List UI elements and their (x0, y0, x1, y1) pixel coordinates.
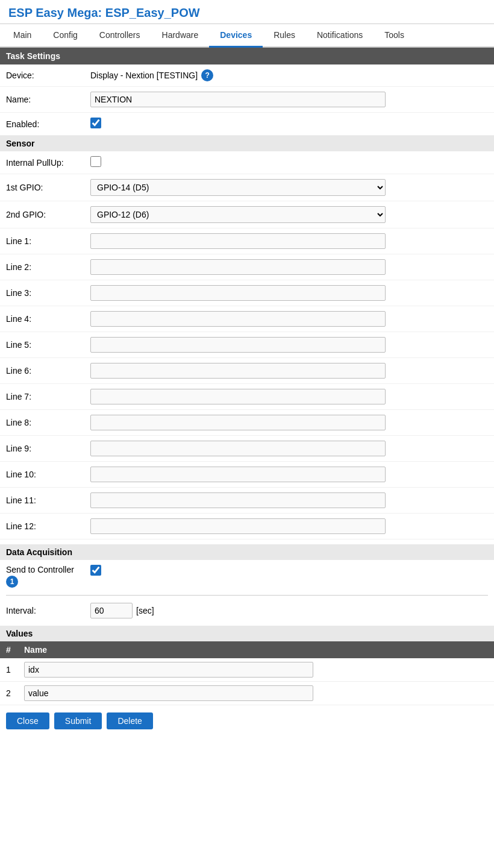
line2-label: Line 2: (6, 262, 90, 272)
table-row: 1 (0, 658, 494, 682)
divider (6, 595, 488, 596)
line12-input[interactable] (90, 518, 386, 534)
line8-input[interactable] (90, 415, 386, 430)
controller-badge: 1 (6, 576, 18, 588)
page-title: ESP Easy Mega: ESP_Easy_POW (8, 6, 486, 20)
line7-input[interactable] (90, 389, 386, 404)
row2-name-input[interactable] (24, 685, 313, 701)
interval-unit: [sec] (136, 606, 154, 615)
device-row: Device: Display - Nextion [TESTING] ? (0, 64, 494, 87)
line1-row: Line 1: (0, 228, 494, 254)
values-table: # Name 1 2 (0, 641, 494, 705)
line2-row: Line 2: (0, 254, 494, 280)
enabled-checkbox[interactable] (90, 118, 101, 128)
line8-row: Line 8: (0, 410, 494, 436)
line8-label: Line 8: (6, 418, 90, 427)
row2-name-cell (18, 682, 494, 705)
name-input[interactable] (90, 92, 386, 107)
line11-row: Line 11: (0, 488, 494, 514)
line9-row: Line 9: (0, 436, 494, 462)
gpio1-select[interactable]: GPIO-14 (D5) GPIO-12 (D6) GPIO-0 GPIO-2 … (90, 179, 386, 196)
line1-label: Line 1: (6, 236, 90, 246)
gpio2-select[interactable]: GPIO-12 (D6) GPIO-14 (D5) GPIO-0 GPIO-2 … (90, 206, 386, 223)
line7-row: Line 7: (0, 384, 494, 410)
gpio2-label: 2nd GPIO: (6, 210, 90, 219)
help-icon[interactable]: ? (201, 69, 213, 81)
sensor-header: Sensor (0, 136, 494, 151)
line6-input[interactable] (90, 363, 386, 379)
line11-input[interactable] (90, 492, 386, 508)
row1-number: 1 (0, 658, 18, 682)
submit-button[interactable]: Submit (54, 712, 102, 729)
interval-input[interactable] (90, 603, 133, 618)
values-header: Values (0, 626, 494, 641)
send-controller-row: Send to Controller 1 (0, 560, 494, 593)
line4-label: Line 4: (6, 314, 90, 324)
table-row: 2 (0, 682, 494, 705)
gpio1-select-container: GPIO-14 (D5) GPIO-12 (D6) GPIO-0 GPIO-2 … (90, 179, 488, 196)
line6-label: Line 6: (6, 366, 90, 376)
gpio2-select-container: GPIO-12 (D6) GPIO-14 (D5) GPIO-0 GPIO-2 … (90, 206, 488, 223)
name-label: Name: (6, 95, 90, 104)
tab-main[interactable]: Main (2, 24, 42, 48)
line10-label: Line 10: (6, 470, 90, 479)
line1-input[interactable] (90, 233, 386, 249)
line5-row: Line 5: (0, 332, 494, 358)
tab-devices[interactable]: Devices (209, 24, 263, 48)
interval-label: Interval: (6, 606, 90, 615)
line9-input[interactable] (90, 441, 386, 456)
line12-label: Line 12: (6, 521, 90, 531)
col-number-header: # (0, 641, 18, 658)
gpio1-row: 1st GPIO: GPIO-14 (D5) GPIO-12 (D6) GPIO… (0, 174, 494, 201)
line3-input[interactable] (90, 285, 386, 301)
line3-label: Line 3: (6, 288, 90, 298)
enabled-row: Enabled: (0, 113, 494, 136)
line10-input[interactable] (90, 467, 386, 482)
tab-config[interactable]: Config (42, 24, 88, 48)
values-section: Values # Name 1 2 (0, 626, 494, 705)
tab-controllers[interactable]: Controllers (89, 24, 151, 48)
button-row: Close Submit Delete (0, 705, 494, 737)
tab-tools[interactable]: Tools (374, 24, 415, 48)
line9-label: Line 9: (6, 444, 90, 453)
device-label: Device: (6, 71, 90, 80)
line4-input[interactable] (90, 311, 386, 327)
send-controller-checkbox-container (90, 565, 488, 577)
interval-row: Interval: [sec] (0, 598, 494, 623)
send-controller-text: Send to Controller (6, 565, 90, 574)
line6-row: Line 6: (0, 358, 494, 384)
page-header: ESP Easy Mega: ESP_Easy_POW (0, 0, 494, 24)
line5-label: Line 5: (6, 340, 90, 350)
line7-label: Line 7: (6, 392, 90, 401)
enabled-label: Enabled: (6, 119, 90, 129)
tab-rules[interactable]: Rules (263, 24, 306, 48)
internal-pullup-label: Internal PullUp: (6, 158, 90, 168)
device-value: Display - Nextion [TESTING] (90, 71, 198, 80)
name-field-container (90, 92, 488, 107)
internal-pullup-container (90, 156, 488, 169)
task-settings-header: Task Settings (0, 48, 494, 64)
gpio2-row: 2nd GPIO: GPIO-12 (D6) GPIO-14 (D5) GPIO… (0, 201, 494, 228)
send-controller-checkbox[interactable] (90, 565, 101, 576)
line10-row: Line 10: (0, 462, 494, 488)
line12-row: Line 12: (0, 514, 494, 539)
delete-button[interactable]: Delete (107, 712, 152, 729)
enabled-checkbox-container (90, 118, 488, 130)
row1-name-input[interactable] (24, 662, 313, 678)
line5-input[interactable] (90, 337, 386, 353)
gpio1-label: 1st GPIO: (6, 183, 90, 192)
line3-row: Line 3: (0, 280, 494, 306)
row2-number: 2 (0, 682, 18, 705)
tab-notifications[interactable]: Notifications (306, 24, 374, 48)
line2-input[interactable] (90, 259, 386, 275)
col-name-header: Name (18, 641, 494, 658)
send-controller-label-container: Send to Controller 1 (6, 565, 90, 588)
tab-hardware[interactable]: Hardware (151, 24, 210, 48)
close-button[interactable]: Close (6, 712, 49, 729)
line11-label: Line 11: (6, 495, 90, 505)
line4-row: Line 4: (0, 306, 494, 332)
data-acquisition-header: Data Acquisition (0, 544, 494, 560)
nav-tabs: Main Config Controllers Hardware Devices… (0, 24, 494, 48)
internal-pullup-row: Internal PullUp: (0, 151, 494, 174)
internal-pullup-checkbox[interactable] (90, 156, 101, 167)
